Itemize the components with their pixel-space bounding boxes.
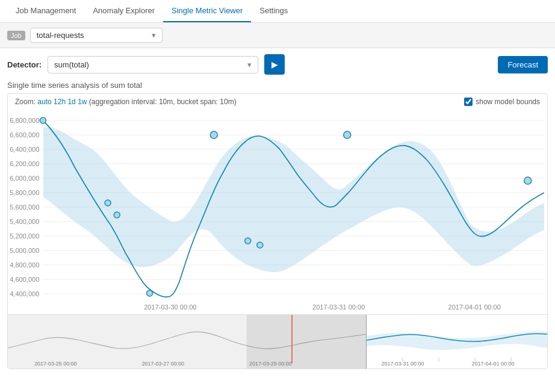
svg-text:4,400,000: 4,400,000 (10, 290, 39, 297)
job-label: Job (7, 31, 25, 40)
zoom-12h[interactable]: 12h (54, 98, 66, 106)
job-select-arrow-icon: ▾ (152, 31, 156, 40)
model-bounds-control: show model bounds (464, 98, 540, 106)
zoom-1d[interactable]: 1d (67, 98, 75, 106)
svg-point-33 (147, 290, 153, 296)
zoom-auto[interactable]: auto (37, 98, 51, 106)
svg-text:5,200,000: 5,200,000 (10, 232, 39, 240)
chart-container: Zoom: auto 12h 1d 1w (aggregation interv… (7, 93, 548, 369)
svg-text:2017-03-27 00:00: 2017-03-27 00:00 (142, 361, 184, 367)
chart-subtitle: Single time series analysis of sum total (0, 81, 555, 93)
svg-text:2017-03-31 00:00: 2017-03-31 00:00 (312, 303, 365, 311)
job-select-value: total-requests (37, 31, 147, 40)
detector-select-arrow-icon: ▾ (247, 60, 252, 69)
svg-text:5,600,000: 5,600,000 (10, 204, 39, 211)
svg-text:6,000,000: 6,000,000 (10, 175, 39, 182)
svg-text:2017-03-30 00:00: 2017-03-30 00:00 (144, 303, 196, 311)
svg-text:5,400,000: 5,400,000 (10, 218, 39, 225)
svg-point-32 (114, 212, 120, 218)
nav-bar: Job Management Anomaly Explorer Single M… (0, 0, 555, 23)
nav-settings[interactable]: Settings (251, 0, 296, 22)
svg-text:5,000,000: 5,000,000 (10, 247, 39, 254)
model-bounds-label: show model bounds (476, 98, 540, 106)
job-select[interactable]: total-requests ▾ (30, 28, 163, 43)
svg-text:2017-04-01 00:00: 2017-04-01 00:00 (471, 361, 514, 367)
svg-text:6,400,000: 6,400,000 (10, 146, 39, 153)
detector-label: Detector: (7, 60, 42, 69)
svg-text:2017-04-01 00:00: 2017-04-01 00:00 (448, 303, 501, 311)
svg-point-34 (210, 131, 217, 138)
forecast-button[interactable]: Forecast (498, 56, 548, 73)
svg-point-38 (524, 177, 532, 184)
svg-text:4,600,000: 4,600,000 (10, 276, 39, 283)
zoom-label: Zoom: (15, 98, 36, 106)
svg-point-37 (344, 131, 351, 138)
detector-select-value: sum(total) (54, 60, 243, 69)
svg-text:6,200,000: 6,200,000 (10, 160, 39, 167)
job-bar: Job total-requests ▾ (0, 23, 555, 48)
chart-header: Zoom: auto 12h 1d 1w (aggregation interv… (8, 94, 547, 110)
svg-text:6,600,000: 6,600,000 (10, 131, 39, 138)
mini-chart-wrap: 2017-03-25 00:00 2017-03-27 00:00 2017-0… (8, 314, 547, 369)
nav-single-metric-viewer[interactable]: Single Metric Viewer (163, 0, 251, 22)
nav-anomaly-explorer[interactable]: Anomaly Explorer (84, 0, 163, 22)
svg-text:5,800,000: 5,800,000 (10, 189, 39, 196)
mini-chart-right: 2017-03-31 00:00 2017-04-01 00:00 (367, 315, 547, 369)
svg-text:4,800,000: 4,800,000 (10, 261, 39, 269)
svg-text:6,800,000: 6,800,000 (10, 117, 39, 124)
svg-text:2017-03-25 00:00: 2017-03-25 00:00 (34, 361, 76, 367)
main-chart: 6,800,000 6,600,000 6,400,000 6,200,000 … (8, 110, 547, 314)
agg-info: (aggregation interval: 10m, bucket span:… (89, 98, 237, 106)
mini-chart-left[interactable]: 2017-03-25 00:00 2017-03-27 00:00 2017-0… (8, 315, 367, 369)
svg-point-35 (245, 238, 251, 244)
detector-select[interactable]: sum(total) ▾ (48, 56, 258, 73)
svg-point-36 (257, 242, 263, 248)
nav-job-management[interactable]: Job Management (7, 0, 84, 22)
zoom-1w[interactable]: 1w (78, 98, 87, 106)
detector-row: Detector: sum(total) ▾ ▶ Forecast (0, 48, 555, 81)
chart-zoom-controls: Zoom: auto 12h 1d 1w (aggregation interv… (15, 98, 237, 106)
play-button[interactable]: ▶ (264, 54, 285, 75)
svg-point-31 (105, 200, 111, 206)
model-bounds-checkbox[interactable] (464, 98, 473, 106)
svg-text:2017-03-29 00:00: 2017-03-29 00:00 (249, 361, 291, 367)
play-icon: ▶ (271, 60, 278, 69)
svg-point-30 (40, 117, 46, 123)
